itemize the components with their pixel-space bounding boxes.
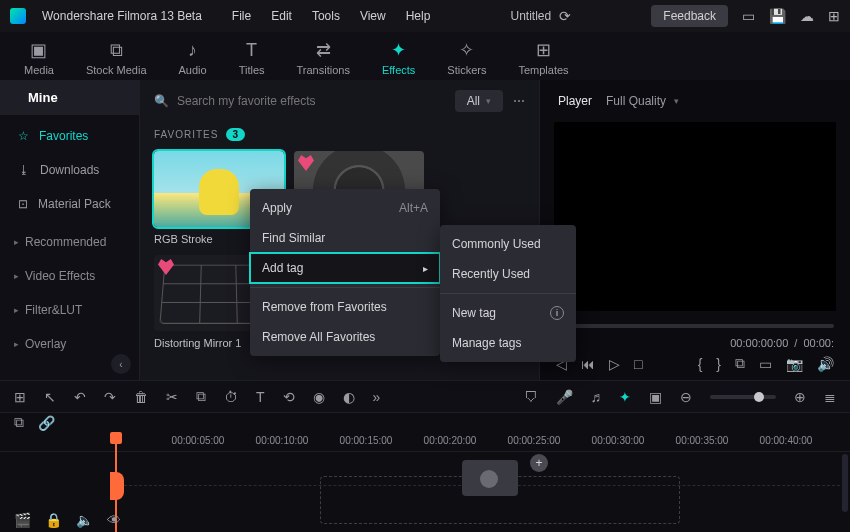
templates-icon: ⊞	[536, 39, 551, 61]
feedback-button[interactable]: Feedback	[651, 5, 728, 27]
tab-audio[interactable]: ♪Audio	[179, 40, 207, 80]
zoom-in-button[interactable]: ⊕	[794, 389, 806, 405]
redo-button[interactable]: ↷	[104, 389, 116, 405]
delete-button[interactable]: 🗑	[134, 389, 148, 405]
timeline-options[interactable]: ≣	[824, 389, 836, 405]
crop-button[interactable]: ⧉	[735, 355, 745, 372]
tab-stickers[interactable]: ✧Stickers	[447, 39, 486, 80]
tab-titles[interactable]: TTitles	[239, 40, 265, 80]
ctx-add-tag[interactable]: Add tag▸	[250, 253, 440, 283]
ai-tool[interactable]: ✦	[619, 389, 631, 405]
mic-tool[interactable]: 🎤	[556, 389, 573, 405]
add-clip-button[interactable]: +	[530, 454, 548, 472]
time-ruler[interactable]: 00:00:05:00 00:00:10:00 00:00:15:00 00:0…	[0, 432, 850, 452]
marker-tool[interactable]: ▣	[649, 389, 662, 405]
sidebar-tab-mine[interactable]: Mine	[0, 80, 139, 115]
zoom-out-button[interactable]: ⊖	[680, 389, 692, 405]
tag-recently-used[interactable]: Recently Used	[440, 259, 576, 289]
track-lock-button[interactable]: 🔒	[45, 512, 62, 528]
music-tool[interactable]: ♬	[591, 389, 602, 405]
mark-out-button[interactable]: }	[716, 356, 721, 372]
vertical-scrollbar[interactable]	[842, 454, 848, 512]
display-button[interactable]: ▭	[759, 356, 772, 372]
track-eye-button[interactable]: 👁	[107, 512, 121, 528]
sync-icon[interactable]: ⟳	[559, 8, 571, 24]
track-visibility-button[interactable]: 🎬	[14, 512, 31, 528]
tab-transitions[interactable]: ⇄Transitions	[297, 39, 350, 80]
stock-icon: ⧉	[110, 40, 123, 61]
speed-tool[interactable]: ⏱	[224, 389, 238, 405]
ctx-find-similar[interactable]: Find Similar	[250, 223, 440, 253]
tag-new-tag[interactable]: New tagi	[440, 298, 576, 328]
select-tool[interactable]: ⊞	[14, 389, 26, 405]
document-title: Untitled	[511, 9, 552, 23]
save-icon[interactable]: 💾	[769, 8, 786, 24]
text-tool[interactable]: T	[256, 389, 265, 405]
monitor-icon[interactable]: ▭	[742, 8, 755, 24]
rotate-tool[interactable]: ⟲	[283, 389, 295, 405]
cloud-icon[interactable]: ☁	[800, 8, 814, 24]
sidebar-item-material-pack[interactable]: ⊡Material Pack	[0, 187, 139, 221]
ctx-remove-all-favorites[interactable]: Remove All Favorites	[250, 322, 440, 352]
sidebar-item-favorites[interactable]: ☆Favorites	[0, 119, 139, 153]
favorites-count-badge: 3	[226, 128, 245, 141]
menu-file[interactable]: File	[232, 9, 251, 23]
menu-help[interactable]: Help	[406, 9, 431, 23]
mark-in-button[interactable]: {	[698, 356, 703, 372]
more-tools[interactable]: »	[373, 389, 381, 405]
download-icon: ⭳	[18, 163, 30, 177]
snapshot-button[interactable]: 📷	[786, 356, 803, 372]
search-input[interactable]	[177, 94, 445, 108]
menu-tools[interactable]: Tools	[312, 9, 340, 23]
undo-button[interactable]: ↶	[74, 389, 86, 405]
sidebar-collapse-button[interactable]: ‹	[111, 354, 131, 374]
clip-placeholder[interactable]	[462, 460, 518, 496]
step-back-button[interactable]: ⏮	[581, 356, 595, 372]
tab-media[interactable]: ▣Media	[24, 39, 54, 80]
tag-commonly-used[interactable]: Commonly Used	[440, 229, 576, 259]
clip-start-handle[interactable]	[110, 472, 124, 500]
chevron-down-icon: ▾	[674, 96, 679, 106]
volume-button[interactable]: 🔊	[817, 356, 834, 372]
timeline[interactable]: 00:00:05:00 00:00:10:00 00:00:15:00 00:0…	[0, 432, 850, 532]
quality-dropdown[interactable]: Full Quality▾	[606, 94, 679, 108]
tab-stock-media[interactable]: ⧉Stock Media	[86, 40, 147, 80]
sidebar-item-filter-lut[interactable]: ▸Filter&LUT	[0, 293, 139, 327]
menu-view[interactable]: View	[360, 9, 386, 23]
sidebar-item-video-effects[interactable]: ▸Video Effects	[0, 259, 139, 293]
sidebar-item-recommended[interactable]: ▸Recommended	[0, 225, 139, 259]
shield-tool[interactable]: ⛉	[524, 389, 538, 405]
star-icon: ☆	[18, 129, 29, 143]
play-button[interactable]: ▷	[609, 356, 620, 372]
tab-templates[interactable]: ⊞Templates	[518, 39, 568, 80]
ruler-tick: 00:00:20:00	[424, 435, 477, 446]
ruler-tick: 00:00:05:00	[172, 435, 225, 446]
ctx-apply[interactable]: ApplyAlt+A	[250, 193, 440, 223]
ruler-tick: 00:00:10:00	[256, 435, 309, 446]
separator	[440, 293, 576, 294]
more-options-button[interactable]: ⋯	[513, 94, 525, 108]
tab-effects[interactable]: ✦Effects	[382, 39, 415, 80]
mask-tool[interactable]: ◐	[343, 389, 355, 405]
video-viewport[interactable]	[554, 122, 836, 311]
track-layers-icon[interactable]: ⧉	[14, 414, 24, 431]
tag-manage-tags[interactable]: Manage tags	[440, 328, 576, 358]
track-mute-button[interactable]: 🔈	[76, 512, 93, 528]
cut-button[interactable]: ✂	[166, 389, 178, 405]
apps-grid-icon[interactable]: ⊞	[828, 8, 840, 24]
main-menu: File Edit Tools View Help	[232, 9, 431, 23]
ruler-tick: 00:00:25:00	[508, 435, 561, 446]
cursor-tool[interactable]: ↖	[44, 389, 56, 405]
ruler-tick: 00:00:35:00	[676, 435, 729, 446]
crop-tool[interactable]: ⧉	[196, 388, 206, 405]
menu-edit[interactable]: Edit	[271, 9, 292, 23]
stop-button[interactable]: □	[634, 356, 642, 372]
scrub-bar[interactable]	[556, 319, 834, 333]
link-tool[interactable]: 🔗	[38, 415, 55, 431]
sidebar-item-downloads[interactable]: ⭳Downloads	[0, 153, 139, 187]
filter-dropdown[interactable]: All▾	[455, 90, 503, 112]
color-tool[interactable]: ◉	[313, 389, 325, 405]
ctx-remove-favorite[interactable]: Remove from Favorites	[250, 292, 440, 322]
title-bar: Wondershare Filmora 13 Beta File Edit To…	[0, 0, 850, 32]
zoom-slider[interactable]	[710, 395, 776, 399]
